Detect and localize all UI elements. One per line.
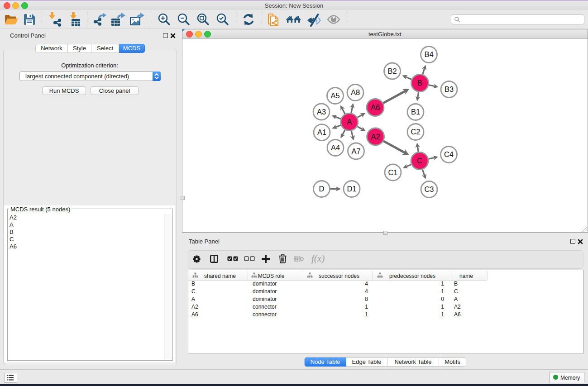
svg-text:C1: C1 xyxy=(388,168,397,176)
svg-text:D1: D1 xyxy=(347,185,356,193)
svg-text:B: B xyxy=(417,79,422,87)
svg-text:B4: B4 xyxy=(424,50,433,58)
svg-text:C2: C2 xyxy=(411,128,420,136)
svg-text:A5: A5 xyxy=(330,91,339,100)
svg-text:A3: A3 xyxy=(317,108,326,116)
svg-text:B1: B1 xyxy=(411,108,420,116)
svg-text:B3: B3 xyxy=(445,85,454,93)
svg-text:A1: A1 xyxy=(317,128,326,136)
svg-text:C: C xyxy=(417,157,422,165)
svg-text:B2: B2 xyxy=(387,67,397,75)
svg-text:A8: A8 xyxy=(351,88,360,96)
svg-text:A4: A4 xyxy=(331,143,340,152)
svg-text:A: A xyxy=(347,118,352,126)
svg-text:A7: A7 xyxy=(351,147,360,155)
svg-text:A6: A6 xyxy=(371,103,380,111)
svg-text:D: D xyxy=(319,185,325,193)
svg-text:A2: A2 xyxy=(371,133,380,141)
svg-text:C3: C3 xyxy=(424,185,434,193)
svg-text:C4: C4 xyxy=(444,150,454,158)
